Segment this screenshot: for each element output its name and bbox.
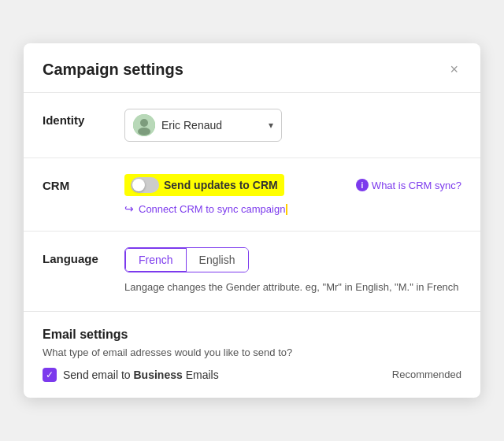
avatar <box>133 114 155 136</box>
recommended-badge: Recommended <box>392 369 461 380</box>
crm-connect-icon: ↪ <box>124 202 134 215</box>
crm-toggle-highlight: Send updates to CRM <box>124 174 284 196</box>
language-english-button[interactable]: English <box>187 248 248 272</box>
what-is-crm-link[interactable]: i What is CRM sync? <box>356 179 461 191</box>
email-option-bold: Business <box>134 369 183 381</box>
crm-connect-label: Connect CRM to sync campaign <box>139 203 285 215</box>
language-french-button[interactable]: French <box>124 247 187 272</box>
modal-header: Campaign settings × <box>24 43 480 93</box>
identity-row: Identity Eric Renaud <box>43 109 461 142</box>
language-section: Language French English Langage changes … <box>24 232 480 311</box>
email-settings-section: Email settings What type of email adress… <box>24 312 480 398</box>
identity-user-name: Eric Renaud <box>161 119 262 132</box>
text-cursor <box>286 204 287 215</box>
avatar-image <box>133 114 155 136</box>
crm-toggle-label: Send updates to CRM <box>164 179 278 191</box>
email-option-prefix: Send email to <box>63 369 134 381</box>
email-option-left: ✓ Send email to Business Emails <box>43 368 219 382</box>
send-business-emails-checkbox[interactable]: ✓ <box>43 368 57 382</box>
crm-content: Send updates to CRM i What is CRM sync? … <box>124 174 461 215</box>
svg-point-2 <box>138 128 150 135</box>
crm-section: CRM Send updates to CRM i What is CRM sy… <box>24 158 480 232</box>
identity-content: Eric Renaud ▾ <box>124 109 461 142</box>
language-label: Language <box>43 247 106 265</box>
svg-point-1 <box>140 119 148 127</box>
crm-row: CRM Send updates to CRM i What is CRM sy… <box>43 174 461 215</box>
checkmark-icon: ✓ <box>46 370 54 380</box>
crm-toggle-switch[interactable] <box>131 177 159 193</box>
campaign-settings-modal: Campaign settings × Identity <box>24 43 480 397</box>
modal-body: Identity Eric Renaud <box>24 93 480 397</box>
toggle-knob <box>132 179 145 191</box>
identity-dropdown[interactable]: Eric Renaud ▾ <box>124 109 282 142</box>
crm-label: CRM <box>43 174 106 192</box>
email-settings-description: What type of email adresses would you li… <box>43 346 461 358</box>
language-row: Language French English Langage changes … <box>43 247 461 295</box>
email-settings-title: Email settings <box>43 328 461 342</box>
close-button[interactable]: × <box>447 59 461 80</box>
what-is-crm-text: What is CRM sync? <box>372 180 461 191</box>
language-toggle-group: French English <box>124 247 249 272</box>
modal-title: Campaign settings <box>43 61 183 79</box>
crm-connect-row: ↪ Connect CRM to sync campaign <box>124 202 461 215</box>
crm-connect-link[interactable]: ↪ Connect CRM to sync campaign <box>124 202 461 215</box>
crm-toggle-row: Send updates to CRM i What is CRM sync? <box>124 174 461 196</box>
identity-label: Identity <box>43 109 106 127</box>
identity-section: Identity Eric Renaud <box>24 93 480 158</box>
language-description: Langage changes the Gender attribute. eg… <box>124 280 461 295</box>
language-content: French English Langage changes the Gende… <box>124 247 461 295</box>
crm-connect-text: Connect CRM to sync campaign <box>139 203 287 216</box>
email-option-suffix: Emails <box>183 369 219 381</box>
chevron-down-icon: ▾ <box>269 120 273 131</box>
email-option-row: ✓ Send email to Business Emails Recommen… <box>43 368 461 382</box>
email-option-text: Send email to Business Emails <box>63 369 219 381</box>
info-icon: i <box>356 179 369 191</box>
